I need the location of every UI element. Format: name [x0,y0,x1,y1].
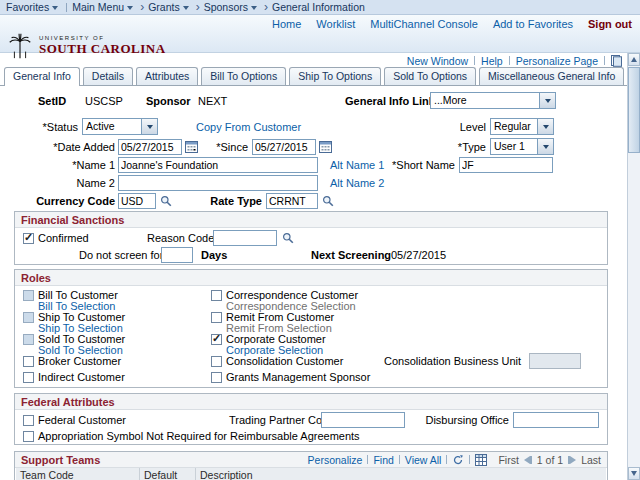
next-screening-label: Next Screening [311,249,391,262]
lookup-icon[interactable] [322,195,334,207]
remit-from-customer-checkbox[interactable] [211,312,222,323]
support-teams-group: Support Teams Personalize Find View All … [14,451,608,480]
copy-from-customer-link[interactable]: Copy From Customer [196,121,301,134]
tab-bill-to-options[interactable]: Bill To Options [201,67,286,85]
grants-management-sponsor-checkbox[interactable] [211,372,222,383]
broker-customer-checkbox[interactable] [23,356,34,367]
lookup-icon[interactable] [160,195,172,207]
personalize-link[interactable]: Personalize [308,454,363,466]
general-info-links-select[interactable]: ...More [430,92,556,109]
refresh-icon[interactable] [452,454,464,466]
rate-type-input[interactable] [266,193,318,209]
sign-out-link[interactable]: Sign out [588,18,632,30]
column-header-team-code: Team Code [16,468,140,480]
bill-to-customer-checkbox[interactable] [23,290,34,301]
type-label: *Type [410,141,486,154]
personalize-page-link[interactable]: Personalize Page [516,55,598,67]
alt-name2-link[interactable]: Alt Name 2 [330,177,384,190]
breadcrumb-favorites[interactable]: Favorites [6,1,49,13]
header-links: Home Worklist MultiChannel Console Add t… [272,18,632,30]
tab-misc-general-info[interactable]: Miscellaneous General Info [479,67,624,85]
chevron-down-icon [52,6,58,10]
tab-general-info[interactable]: General Info [4,67,80,86]
reason-code-input[interactable] [213,230,277,246]
roles-group: Roles Bill To Customer Bill To Selection… [14,269,608,388]
setid-label: SetID [38,95,66,108]
since-label: *Since [196,141,248,154]
breadcrumb-main-menu[interactable]: Main Menu [72,1,124,13]
general-info-links-label: General Info Links [345,95,441,108]
help-link[interactable]: Help [481,55,503,67]
breadcrumb-sponsors[interactable]: Sponsors [204,1,248,13]
support-teams-header: Support Teams Personalize Find View All … [15,452,607,468]
scrollbar-thumb[interactable] [628,67,640,153]
short-name-input[interactable] [459,157,553,173]
download-grid-icon[interactable] [475,454,487,466]
name1-input[interactable] [118,157,318,173]
chevron-down-icon [537,139,553,154]
consolidation-business-unit-label: Consolidation Business Unit [355,355,521,368]
view-all-link[interactable]: View All [405,454,442,466]
arrow-down-icon [631,471,637,476]
worklist-link[interactable]: Worklist [316,18,355,30]
date-added-label: *Date Added [0,141,115,154]
pager-last-label[interactable]: Last [581,454,601,466]
tab-sold-to-options[interactable]: Sold To Options [384,67,476,85]
copy-url-icon[interactable] [611,55,622,67]
divider [66,3,67,12]
federal-customer-checkbox[interactable] [23,415,34,426]
name2-label: Name 2 [0,177,115,190]
lookup-icon[interactable] [282,232,294,244]
sold-to-customer-checkbox[interactable] [23,334,34,345]
multichannel-console-link[interactable]: MultiChannel Console [370,18,478,30]
correspondence-customer-checkbox[interactable] [211,290,222,301]
breadcrumb-grants[interactable]: Grants [148,1,180,13]
status-select[interactable]: Active [82,118,158,135]
divider [367,455,368,464]
page-action-bar: New Window Help Personalize Page [0,54,624,67]
appropriation-symbol-checkbox[interactable] [23,431,34,442]
calendar-icon[interactable] [319,140,332,153]
currency-code-input[interactable] [118,193,156,209]
new-window-link[interactable]: New Window [407,55,468,67]
name1-label: *Name 1 [0,159,115,172]
confirmed-checkbox[interactable] [23,233,34,244]
consolidation-business-unit-input [529,353,581,369]
level-select[interactable]: Regular [490,118,554,135]
do-not-screen-input[interactable] [161,247,193,263]
date-added-input[interactable] [118,139,182,155]
support-teams-grid-header: Team Code Default Description [16,468,606,480]
setid-value: USCSP [85,95,123,108]
type-value: User 1 [491,139,537,154]
confirmed-label: Confirmed [38,232,89,245]
tab-ship-to-options[interactable]: Ship To Options [289,67,381,85]
since-input[interactable] [252,139,316,155]
find-link[interactable]: Find [373,454,393,466]
vertical-scrollbar[interactable] [627,53,640,480]
consolidation-customer-checkbox[interactable] [211,356,222,367]
chevron-down-icon [539,93,555,108]
home-link[interactable]: Home [272,18,301,30]
indirect-customer-label: Indirect Customer [38,371,125,384]
add-to-favorites-link[interactable]: Add to Favorites [493,18,573,30]
indirect-customer-checkbox[interactable] [23,372,34,383]
pager-first-label[interactable]: First [498,454,518,466]
disbursing-office-input[interactable] [513,412,599,428]
roles-header: Roles [15,270,607,286]
pager-previous-icon[interactable] [524,456,532,464]
tab-attributes[interactable]: Attributes [136,67,198,85]
sponsor-label: Sponsor [146,95,191,108]
arrow-up-icon [631,57,637,62]
tab-details[interactable]: Details [83,67,133,85]
scroll-down-button[interactable] [628,467,640,480]
ship-to-customer-checkbox[interactable] [23,312,34,323]
pager-next-icon[interactable] [568,456,576,464]
scroll-up-button[interactable] [628,53,640,66]
corporate-customer-checkbox[interactable] [211,334,222,345]
type-select[interactable]: User 1 [490,138,554,155]
name2-input[interactable] [118,175,318,191]
trading-partner-code-input[interactable] [321,412,405,428]
section-title: Federal Attributes [21,396,115,408]
sponsor-value: NEXT [198,95,227,108]
financial-sanctions-group: Financial Sanctions Confirmed Reason Cod… [14,211,608,265]
